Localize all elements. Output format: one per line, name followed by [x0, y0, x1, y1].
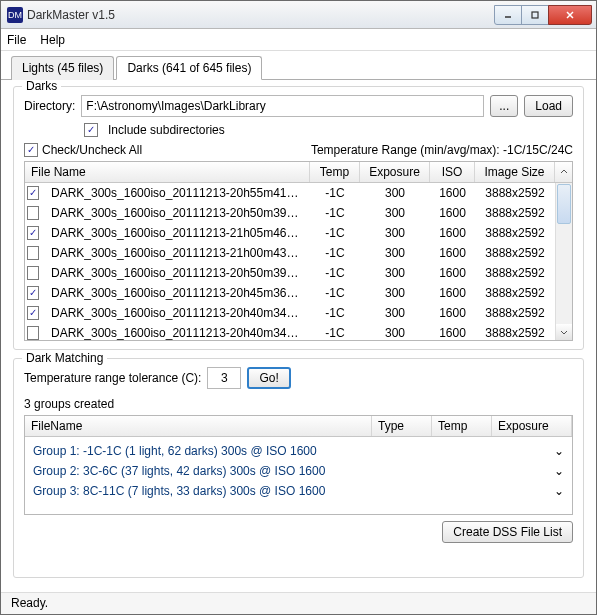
row-checkbox[interactable]	[27, 226, 39, 240]
table-row[interactable]: DARK_300s_1600iso_20111213-21h05m46s014.…	[25, 223, 555, 243]
matching-legend: Dark Matching	[22, 351, 107, 365]
menu-file[interactable]: File	[7, 33, 26, 47]
col-group-filename[interactable]: FileName	[25, 416, 372, 436]
scroll-down-button[interactable]	[556, 324, 572, 340]
maximize-button[interactable]	[521, 5, 549, 25]
window-title: DarkMaster v1.5	[27, 8, 495, 22]
cell-filename: DARK_300s_1600iso_20111213-20h50m39s130.…	[45, 266, 310, 280]
row-checkbox[interactable]	[27, 286, 39, 300]
directory-input[interactable]	[81, 95, 484, 117]
chevron-down-icon[interactable]: ⌄	[554, 484, 564, 498]
svg-rect-1	[532, 12, 538, 18]
cell-exposure: 300	[360, 206, 430, 220]
cell-size: 3888x2592	[475, 206, 555, 220]
cell-iso: 1600	[430, 226, 475, 240]
cell-size: 3888x2592	[475, 306, 555, 320]
cell-exposure: 300	[360, 226, 430, 240]
groups-list[interactable]: FileName Type Temp Exposure Group 1: -1C…	[24, 415, 573, 515]
tolerance-input[interactable]	[207, 367, 241, 389]
cell-size: 3888x2592	[475, 326, 555, 340]
load-button[interactable]: Load	[524, 95, 573, 117]
cell-iso: 1600	[430, 286, 475, 300]
group-row[interactable]: Group 2: 3C-6C (37 lights, 42 darks) 300…	[25, 461, 572, 481]
cell-exposure: 300	[360, 326, 430, 340]
tab-lights[interactable]: Lights (45 files)	[11, 56, 114, 80]
cell-temp: -1C	[310, 286, 360, 300]
browse-button[interactable]: ...	[490, 95, 518, 117]
table-row[interactable]: DARK_300s_1600iso_20111213-20h55m41s662.…	[25, 183, 555, 203]
row-checkbox[interactable]	[27, 186, 39, 200]
include-subdirs-checkbox[interactable]	[84, 123, 98, 137]
col-group-type[interactable]: Type	[372, 416, 432, 436]
maximize-icon	[530, 10, 540, 20]
col-iso[interactable]: ISO	[430, 162, 475, 182]
table-row[interactable]: DARK_300s_1600iso_20111213-20h50m39s130.…	[25, 263, 555, 283]
menu-bar: File Help	[1, 29, 596, 51]
chevron-up-icon	[560, 168, 568, 176]
app-icon: DM	[7, 7, 23, 23]
cell-temp: -1C	[310, 186, 360, 200]
dark-matching-panel: Dark Matching Temperature range toleranc…	[13, 358, 584, 578]
row-checkbox[interactable]	[27, 246, 39, 260]
row-checkbox[interactable]	[27, 306, 39, 320]
group-row[interactable]: Group 3: 8C-11C (7 lights, 33 darks) 300…	[25, 481, 572, 501]
check-all-label: Check/Uncheck All	[42, 143, 142, 157]
check-all-checkbox[interactable]	[24, 143, 38, 157]
col-group-exposure[interactable]: Exposure	[492, 416, 572, 436]
menu-help[interactable]: Help	[40, 33, 65, 47]
minimize-icon	[503, 10, 513, 20]
darks-scrollbar[interactable]	[555, 183, 572, 340]
groups-created-label: 3 groups created	[24, 397, 573, 411]
tab-darks[interactable]: Darks (641 of 645 files)	[116, 56, 262, 80]
row-checkbox[interactable]	[27, 206, 39, 220]
table-row[interactable]: DARK_300s_1600iso_20111213-20h45m36s218.…	[25, 283, 555, 303]
row-checkbox[interactable]	[27, 266, 39, 280]
col-imagesize[interactable]: Image Size	[475, 162, 555, 182]
cell-iso: 1600	[430, 326, 475, 340]
cell-filename: DARK_300s_1600iso_20111213-20h55m41s662.…	[45, 186, 310, 200]
darks-file-list[interactable]: File Name Temp Exposure ISO Image Size D…	[24, 161, 573, 341]
group-row[interactable]: Group 1: -1C-1C (1 light, 62 darks) 300s…	[25, 441, 572, 461]
scroll-up-button[interactable]	[555, 162, 572, 182]
cell-filename: DARK_300s_1600iso_20111213-20h50m39s130.…	[45, 206, 310, 220]
darks-list-header: File Name Temp Exposure ISO Image Size	[25, 162, 572, 183]
status-bar: Ready.	[1, 592, 596, 614]
title-bar: DM DarkMaster v1.5	[1, 1, 596, 29]
chevron-down-icon[interactable]: ⌄	[554, 464, 564, 478]
cell-temp: -1C	[310, 326, 360, 340]
table-row[interactable]: DARK_300s_1600iso_20111213-20h40m34s212.…	[25, 303, 555, 323]
table-row[interactable]: DARK_300s_1600iso_20111213-21h00m43s813.…	[25, 243, 555, 263]
cell-filename: DARK_300s_1600iso_20111213-21h00m43s813.…	[45, 246, 310, 260]
col-temp[interactable]: Temp	[310, 162, 360, 182]
directory-label: Directory:	[24, 99, 75, 113]
col-exposure[interactable]: Exposure	[360, 162, 430, 182]
table-row[interactable]: DARK_300s_1600iso_20111213-20h50m39s130.…	[25, 203, 555, 223]
cell-temp: -1C	[310, 246, 360, 260]
cell-exposure: 300	[360, 286, 430, 300]
group-label: Group 2: 3C-6C (37 lights, 42 darks) 300…	[33, 464, 554, 478]
cell-size: 3888x2592	[475, 286, 555, 300]
group-label: Group 1: -1C-1C (1 light, 62 darks) 300s…	[33, 444, 554, 458]
scroll-thumb[interactable]	[557, 184, 571, 224]
close-icon	[565, 10, 575, 20]
cell-size: 3888x2592	[475, 186, 555, 200]
cell-exposure: 300	[360, 186, 430, 200]
close-button[interactable]	[548, 5, 592, 25]
cell-temp: -1C	[310, 206, 360, 220]
cell-temp: -1C	[310, 266, 360, 280]
create-dss-file-list-button[interactable]: Create DSS File List	[442, 521, 573, 543]
cell-filename: DARK_300s_1600iso_20111213-20h40m34s212.…	[45, 306, 310, 320]
tolerance-label: Temperature range tolerance (C):	[24, 371, 201, 385]
cell-iso: 1600	[430, 206, 475, 220]
go-button[interactable]: Go!	[247, 367, 290, 389]
groups-list-header: FileName Type Temp Exposure	[25, 416, 572, 437]
row-checkbox[interactable]	[27, 326, 39, 340]
table-row[interactable]: DARK_300s_1600iso_20111213-20h40m34s212.…	[25, 323, 555, 340]
cell-exposure: 300	[360, 266, 430, 280]
col-group-temp[interactable]: Temp	[432, 416, 492, 436]
cell-size: 3888x2592	[475, 246, 555, 260]
minimize-button[interactable]	[494, 5, 522, 25]
col-filename[interactable]: File Name	[25, 162, 310, 182]
chevron-down-icon[interactable]: ⌄	[554, 444, 564, 458]
cell-exposure: 300	[360, 306, 430, 320]
